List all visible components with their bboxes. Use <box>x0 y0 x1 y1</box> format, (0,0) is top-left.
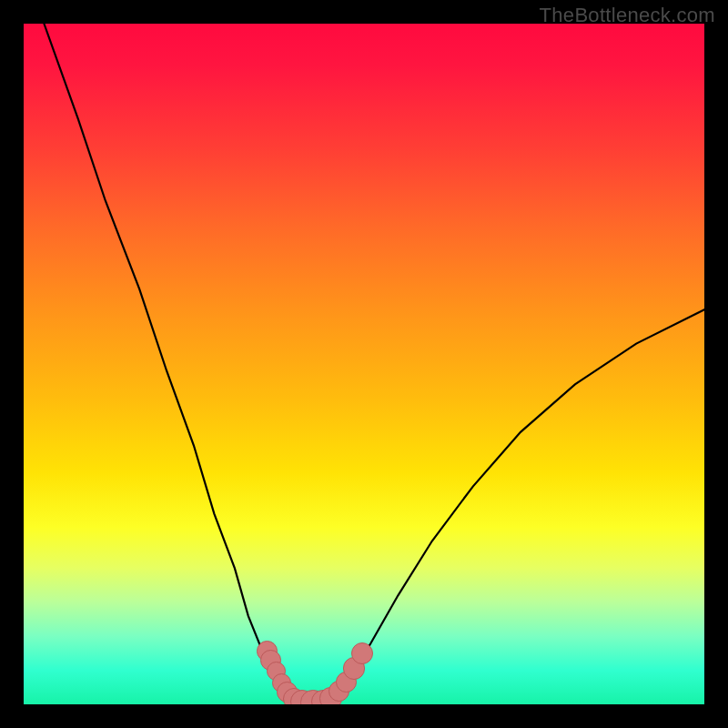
gradient-background <box>24 24 704 704</box>
watermark-text: TheBottleneck.com <box>540 4 715 27</box>
plot-area <box>24 24 704 704</box>
outer-black-frame: TheBottleneck.com <box>0 0 728 728</box>
